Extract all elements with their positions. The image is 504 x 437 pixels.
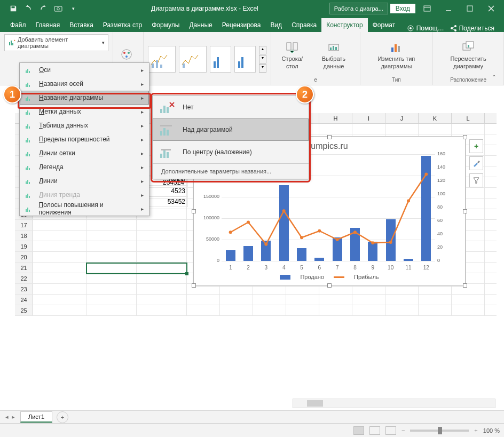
minimize-icon[interactable] xyxy=(439,1,458,17)
cell-C22[interactable] xyxy=(137,273,187,283)
cell-H8[interactable] xyxy=(319,124,352,134)
element-menu-item-6[interactable]: Линии сетки▸ xyxy=(20,146,149,160)
cell-G25[interactable] xyxy=(286,305,319,315)
cell-B20[interactable] xyxy=(86,252,137,262)
cell-C18[interactable] xyxy=(137,231,187,241)
tab-home[interactable]: Главная xyxy=(31,18,65,32)
ribbon-options-icon[interactable] xyxy=(418,1,437,17)
cell-C23[interactable] xyxy=(137,284,187,294)
element-menu-item-4[interactable]: Таблица данных▸ xyxy=(20,118,149,132)
cell-C21[interactable] xyxy=(137,263,187,273)
cell-A18[interactable] xyxy=(33,231,86,241)
title-none[interactable]: Нет xyxy=(153,96,309,118)
cell-A20[interactable] xyxy=(33,252,86,262)
element-menu-item-8[interactable]: Линии▸ xyxy=(20,174,149,188)
row-header-20[interactable]: 20 xyxy=(15,252,33,262)
bar-11[interactable] xyxy=(404,259,413,261)
undo-icon[interactable] xyxy=(21,2,35,15)
cell-C17[interactable] xyxy=(137,220,187,230)
title-more-options[interactable]: Дополнительные параметры названия... xyxy=(153,163,309,179)
tell-me[interactable]: Помощ… xyxy=(407,25,444,32)
cell-B22[interactable] xyxy=(86,273,137,283)
cell-I8[interactable] xyxy=(352,124,385,134)
horizontal-scrollbar[interactable] xyxy=(293,399,495,408)
cell-K8[interactable] xyxy=(419,124,452,134)
row-header-25[interactable]: 25 xyxy=(15,305,33,315)
bar-4[interactable] xyxy=(279,185,289,261)
row-header-21[interactable]: 21 xyxy=(15,263,33,273)
chart-legend[interactable]: Продано Прибыль xyxy=(194,274,465,280)
cell-L8[interactable] xyxy=(452,124,485,134)
bar-8[interactable] xyxy=(350,228,360,261)
element-menu-item-5[interactable]: Пределы погрешностей▸ xyxy=(20,132,149,146)
tab-format[interactable]: Формат xyxy=(368,18,400,32)
row-header-22[interactable]: 22 xyxy=(15,273,33,283)
col-header-L[interactable]: L xyxy=(452,113,485,123)
chart-brush-icon[interactable] xyxy=(469,156,483,170)
cell-K24[interactable] xyxy=(419,295,452,305)
title-above[interactable]: Над диаграммой xyxy=(153,118,309,141)
tab-nav-prev-icon[interactable]: ◂ xyxy=(5,414,9,420)
cell-F25[interactable] xyxy=(253,305,286,315)
bar-6[interactable] xyxy=(314,258,324,261)
cell-L24[interactable] xyxy=(452,295,485,305)
tab-data[interactable]: Данные xyxy=(184,18,217,32)
bar-2[interactable] xyxy=(243,246,253,261)
sheet-tab-1[interactable]: Лист1 xyxy=(20,411,52,423)
tab-formulas[interactable]: Формулы xyxy=(147,18,184,32)
title-centered[interactable]: По центру (наложение) xyxy=(153,141,309,163)
close-icon[interactable] xyxy=(482,1,501,17)
cell-B23[interactable] xyxy=(86,284,137,294)
bar-1[interactable] xyxy=(226,250,235,261)
tab-file[interactable]: Файл xyxy=(5,18,31,32)
cell-A23[interactable] xyxy=(33,284,86,294)
cell-B19[interactable] xyxy=(86,241,137,251)
zoom-out-icon[interactable]: − xyxy=(401,427,405,434)
cell-C24[interactable] xyxy=(137,295,187,305)
cell-I24[interactable] xyxy=(352,295,385,305)
tab-pagelayout[interactable]: Разметка стр xyxy=(98,18,147,32)
zoom-in-icon[interactable]: + xyxy=(474,427,477,434)
col-header-H[interactable]: H xyxy=(319,113,352,123)
cell-B21[interactable] xyxy=(86,263,137,273)
row-header-17[interactable]: 17 xyxy=(15,220,33,230)
cell-C19[interactable] xyxy=(137,241,187,251)
col-header-J[interactable]: J xyxy=(385,113,419,123)
sign-in-button[interactable]: Вход xyxy=(390,4,415,13)
cell-A24[interactable] xyxy=(33,295,86,305)
zoom-slider[interactable] xyxy=(410,430,469,432)
zoom-level[interactable]: 100 % xyxy=(483,427,500,434)
cell-D24[interactable] xyxy=(187,295,220,305)
cell-D25[interactable] xyxy=(187,305,220,315)
element-menu-item-10[interactable]: Полосы повышения и понижения▸ xyxy=(20,202,149,216)
tab-nav-next-icon[interactable]: ▸ xyxy=(12,414,15,420)
bar-12[interactable] xyxy=(421,156,431,261)
element-menu-item-0[interactable]: Оси▸ xyxy=(20,63,149,77)
new-sheet-icon[interactable]: + xyxy=(57,411,68,423)
cell-A19[interactable] xyxy=(33,241,86,251)
tab-review[interactable]: Рецензирова xyxy=(217,18,266,32)
element-menu-item-1[interactable]: Названия осей▸ xyxy=(20,77,149,91)
cell-C20[interactable] xyxy=(137,252,187,262)
row-header-19[interactable]: 19 xyxy=(15,241,33,251)
col-header-K[interactable]: K xyxy=(419,113,452,123)
normal-view-icon[interactable] xyxy=(353,426,364,435)
chart-filter-icon[interactable] xyxy=(469,173,483,187)
chart-plus-icon[interactable]: + xyxy=(469,139,483,153)
cell-B18[interactable] xyxy=(86,231,137,241)
tab-insert[interactable]: Вставка xyxy=(65,18,98,32)
maximize-icon[interactable] xyxy=(460,1,479,17)
cell-K25[interactable] xyxy=(419,305,452,315)
cell-B25[interactable] xyxy=(86,305,137,315)
share-button[interactable]: Поделиться xyxy=(450,25,494,32)
tab-help[interactable]: Справка xyxy=(287,18,321,32)
cell-C25[interactable] xyxy=(137,305,187,315)
bar-3[interactable] xyxy=(261,241,271,261)
cell-I25[interactable] xyxy=(352,305,385,315)
element-menu-item-7[interactable]: Легенда▸ xyxy=(20,160,149,174)
cell-E25[interactable] xyxy=(220,305,253,315)
cell-A25[interactable] xyxy=(33,305,86,315)
bar-7[interactable] xyxy=(333,237,342,261)
tab-design[interactable]: Конструктор xyxy=(321,18,367,32)
element-menu-item-2[interactable]: Название диаграммы▸ xyxy=(20,91,149,105)
